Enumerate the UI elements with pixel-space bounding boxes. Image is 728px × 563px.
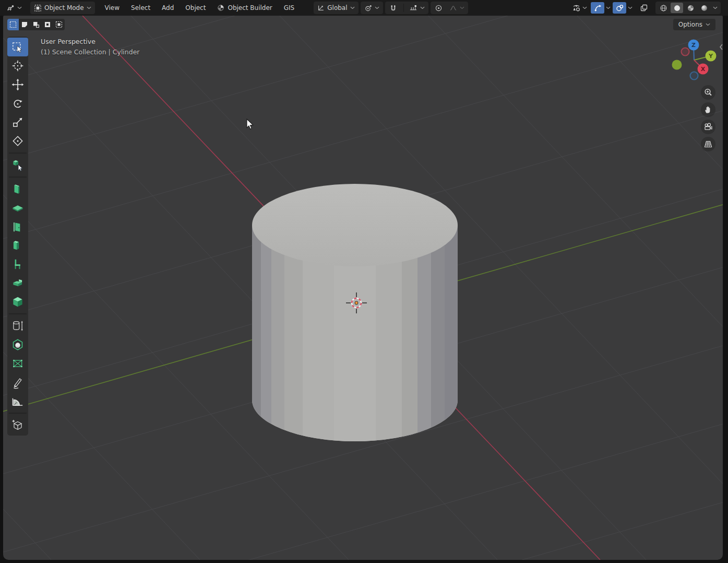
metaball-tool[interactable] — [7, 335, 28, 354]
pivot-point-dropdown[interactable] — [361, 2, 383, 14]
object-visibility-dropdown[interactable] — [570, 2, 589, 14]
gizmo-minus-y[interactable] — [672, 60, 682, 70]
options-button[interactable]: Options — [673, 19, 715, 30]
overlays-dropdown[interactable] — [613, 2, 632, 14]
annotate-tool[interactable] — [7, 373, 28, 392]
divider — [403, 4, 404, 12]
chevron-down-icon[interactable] — [713, 6, 718, 9]
gizmo-minus-z[interactable] — [690, 72, 698, 80]
cylinder-height-icon — [11, 319, 25, 333]
gizmos-toggle[interactable] — [591, 2, 604, 14]
select-mode-subtract-icon — [43, 20, 52, 29]
pan-button[interactable] — [701, 102, 715, 117]
orientation-label: Global — [327, 4, 347, 11]
menu-add[interactable]: Add — [156, 2, 180, 14]
camera-view-button[interactable] — [701, 120, 715, 134]
select-mode-subtract[interactable] — [42, 19, 53, 30]
grid-icon — [703, 139, 713, 149]
scale-icon — [11, 115, 25, 129]
snap-with-dropdown[interactable] — [408, 2, 426, 14]
shading-material-button[interactable] — [684, 3, 697, 13]
xray-toggle[interactable] — [637, 2, 651, 14]
3d-viewport[interactable]: Z Y X Options User — [3, 16, 723, 560]
transform-tool[interactable] — [7, 132, 28, 150]
toolbar-separator — [9, 177, 27, 178]
select-box-tool[interactable] — [7, 38, 28, 56]
active-object-text: (1) Scene Collection | Cylinder — [41, 47, 140, 57]
camera-icon — [703, 122, 713, 132]
snap-toggle[interactable] — [387, 2, 400, 14]
add-cube-tool[interactable] — [7, 416, 28, 435]
navigation-gizmo[interactable]: Z Y X — [672, 40, 717, 80]
cursor-tool[interactable] — [7, 56, 28, 75]
proportional-edit-toggle[interactable] — [433, 2, 445, 14]
falloff-dropdown[interactable] — [448, 2, 466, 14]
orientation-dropdown[interactable]: Global — [314, 2, 358, 14]
chair-icon — [11, 257, 25, 271]
add-cube-icon — [11, 418, 25, 432]
menu-object[interactable]: Object — [180, 2, 211, 14]
svg-text:Z: Z — [691, 42, 696, 49]
scale-tool[interactable] — [7, 113, 28, 132]
cursor-icon — [11, 59, 25, 73]
zoom-button[interactable] — [701, 85, 715, 100]
cylinder-object[interactable] — [252, 184, 458, 447]
chevron-down-icon — [17, 6, 22, 9]
3d-viewport-editor-icon — [6, 4, 15, 12]
toolbar-separator — [9, 153, 27, 154]
chevron-left-icon — [719, 43, 723, 51]
select-mode-set[interactable] — [7, 19, 19, 30]
left-toolbar — [7, 37, 28, 436]
move-tool[interactable] — [7, 75, 28, 94]
select-mode-extend[interactable] — [30, 19, 42, 30]
chevron-down-icon — [460, 6, 464, 9]
cylinder-top-face — [252, 184, 458, 266]
toggle-projection-button[interactable] — [701, 137, 715, 151]
rotate-tool[interactable] — [7, 94, 28, 113]
menu-view[interactable]: View — [99, 2, 125, 14]
shading-rendered-button[interactable] — [698, 3, 710, 13]
shading-mode-group — [655, 2, 721, 14]
cube-tool[interactable] — [7, 292, 28, 311]
wall-tool[interactable] — [7, 180, 28, 198]
select-mode-invert[interactable] — [53, 19, 65, 30]
door-tool[interactable] — [7, 217, 28, 236]
gizmos-dropdown[interactable] — [591, 2, 611, 14]
gizmo-z-axis[interactable]: Z — [688, 40, 699, 51]
gizmo-y-axis[interactable]: Y — [706, 51, 717, 62]
menu-gis[interactable]: GIS — [278, 2, 300, 14]
wireframe-sphere-icon — [660, 4, 667, 12]
mode-dropdown[interactable]: Object Mode — [30, 2, 95, 14]
sofa-icon — [11, 276, 25, 290]
editor-type-button[interactable] — [3, 2, 25, 14]
measure-tool[interactable] — [7, 392, 28, 410]
svg-text:Y: Y — [708, 53, 713, 60]
shading-wireframe-button[interactable] — [657, 3, 670, 13]
select-mode-set-icon — [9, 20, 17, 29]
gizmo-x-axis[interactable]: X — [698, 64, 709, 75]
add-object-tool[interactable] — [7, 156, 28, 174]
floor-icon — [11, 201, 25, 215]
sofa-tool[interactable] — [7, 274, 28, 292]
lattice-tool[interactable] — [7, 354, 28, 373]
menu-select[interactable]: Select — [125, 2, 156, 14]
proportional-edit-cluster — [431, 2, 468, 14]
zoom-icon — [703, 88, 713, 97]
chevron-down-icon — [420, 6, 425, 9]
chair-tool[interactable] — [7, 255, 28, 274]
shading-solid-button[interactable] — [671, 3, 683, 13]
chevron-down-icon — [87, 6, 91, 9]
chevron-down-icon — [350, 6, 355, 9]
gizmo-minus-x[interactable] — [682, 48, 689, 56]
viewport-scene: Z Y X — [3, 16, 723, 560]
material-sphere-icon — [687, 4, 695, 12]
menu-object-builder[interactable]: Object Builder — [211, 2, 278, 14]
overlays-toggle[interactable] — [613, 2, 626, 14]
column-tool[interactable] — [7, 236, 28, 255]
select-mode-new[interactable] — [19, 19, 30, 30]
measure-icon — [11, 394, 25, 408]
floor-tool[interactable] — [7, 198, 28, 217]
wall-height-tool[interactable] — [7, 316, 28, 335]
sidebar-toggle[interactable] — [719, 43, 723, 50]
overlays-icon — [616, 4, 624, 12]
